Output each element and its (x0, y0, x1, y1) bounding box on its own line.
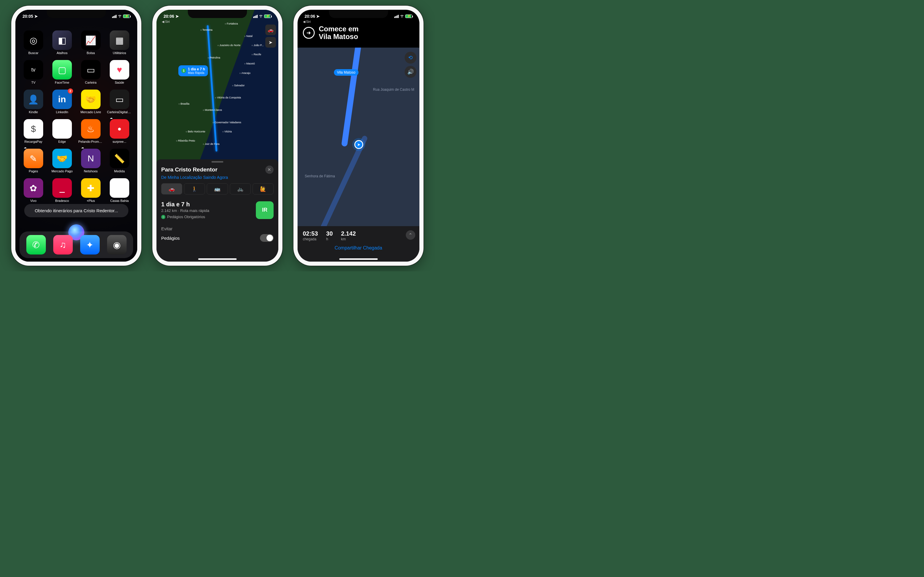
notch (188, 10, 247, 18)
dock-safari[interactable]: ✦ (80, 235, 100, 255)
navigation-banner[interactable]: ➜ Comece em Vila Matoso (297, 23, 419, 43)
recenter-button[interactable]: ➤ (265, 37, 276, 48)
app-icon: ▭ (110, 90, 129, 109)
map-city-label: Maceió (244, 62, 255, 65)
app-bolsa[interactable]: 📈Bolsa (78, 31, 103, 55)
app-icon: ▦ (110, 31, 129, 50)
app-label: RecargaPay (24, 140, 43, 143)
map-city-label: Governador Valadares (213, 121, 241, 124)
app-facetime[interactable]: ▢FaceTime (49, 60, 74, 84)
avoid-tolls-toggle[interactable] (260, 234, 274, 242)
wifi-icon (118, 14, 122, 19)
cellular-icon (112, 15, 116, 18)
app--plus[interactable]: ✚+Plus (78, 178, 103, 203)
app-icon: ▭ (81, 60, 100, 79)
directions-sheet[interactable]: Para Cristo Redentor ✕ De Minha Localiza… (157, 160, 278, 262)
mode-cycle[interactable]: 🚲 (230, 183, 251, 195)
instruction-line-2: Vila Matoso (319, 33, 359, 40)
app-medida[interactable]: 📏Medida (107, 149, 132, 173)
status-time: 20:06 (163, 14, 174, 19)
map-city-label: Juazeiro do Norte (217, 44, 241, 47)
cellular-icon (253, 15, 258, 18)
mode-drive[interactable]: 🚗 (161, 183, 182, 195)
app-atalhos[interactable]: ◧Atalhos (49, 31, 74, 55)
app-utilit-rios[interactable]: ▦Utilitários (107, 31, 132, 55)
app-icon: ▢ (52, 60, 72, 79)
app-icon: ◎ (24, 31, 43, 50)
app-linkedin[interactable]: in2LinkedIn (49, 90, 74, 114)
route-overview-button[interactable]: ⟲ (405, 52, 417, 64)
app-sa-de[interactable]: ♥Saúde (107, 60, 132, 84)
map-canvas[interactable]: $ 1 dia e 7 h Mais Rápida 🚗 ➤ FortalezaT… (157, 10, 278, 164)
app-mercado-livre[interactable]: 🤝Mercado Livre (78, 90, 103, 114)
siri-response-pill[interactable]: Obtendo itinerários para Cristo Redentor… (24, 204, 128, 217)
dock-music[interactable]: ♫ (53, 235, 73, 255)
app-edge[interactable]: ◔Edge (49, 119, 74, 143)
app-pages[interactable]: ✎☁︎Pages (21, 149, 46, 173)
navigation-map[interactable]: Vila Matoso ➤ ⟲ 🔊 Rua Joaquim de Castro … (297, 48, 419, 229)
cloud-download-icon: ☁︎ (81, 146, 84, 149)
app-icon: 📈 (81, 31, 100, 50)
battery-icon (123, 15, 130, 18)
street-label: Senhora de Fátima (305, 174, 335, 178)
navigation-footer[interactable]: ⌃ 02:53 chegada 30 h 2.142 km Compartilh… (297, 226, 419, 262)
back-to-siri[interactable]: ◀ Siri (303, 20, 311, 24)
app-label: LinkedIn (56, 110, 68, 114)
app-label: FaceTime (55, 81, 69, 84)
close-button[interactable]: ✕ (265, 166, 274, 174)
app-buscar[interactable]: ◎Buscar (21, 31, 46, 55)
app-label: Pages (29, 169, 38, 173)
app-tv[interactable]: tvTV (21, 60, 46, 84)
location-icon: ➤ (316, 14, 320, 19)
sheet-grabber[interactable] (212, 161, 223, 163)
toll-icon: $ (161, 215, 165, 219)
share-eta-link[interactable]: Compartilhar Chegada (303, 245, 414, 251)
app-recargapay[interactable]: $RecargaPay (21, 119, 46, 143)
phone-navigation: 20:06 ➤ ◀ Siri ➜ Comece em Vila Matoso V… (293, 6, 423, 266)
maneuver-icon: ➜ (303, 27, 315, 39)
app-pelando-promo-[interactable]: ♨Pelando:Promo... (78, 119, 103, 143)
battery-icon (405, 15, 412, 18)
app-bradesco[interactable]: ⎯Bradesco (49, 178, 74, 203)
go-button[interactable]: IR (256, 201, 274, 219)
map-city-label: Teresina (200, 28, 212, 31)
route-polyline (341, 48, 362, 147)
dock-phone[interactable]: ✆ (26, 235, 46, 255)
from-row[interactable]: De Minha Localização Saindo Agora (161, 175, 274, 180)
app-kindle[interactable]: 👤Kindle (21, 90, 46, 114)
app-surpree-[interactable]: ●☁︎surpree... (107, 119, 132, 143)
route-callout[interactable]: $ 1 dia e 7 h Mais Rápida (178, 65, 208, 76)
app-label: surpree... (113, 140, 126, 143)
app-carteiradigitald-[interactable]: ▭CarteiraDigitald... (107, 90, 132, 114)
app-carteira[interactable]: ▭Carteira (78, 60, 103, 84)
cellular-icon (394, 15, 399, 18)
app-label: Carteira (85, 81, 97, 84)
location-icon: ➤ (175, 14, 179, 19)
route-summary[interactable]: 1 dia e 7 h 2.142 km · Rota mais rápida … (161, 201, 209, 219)
audio-button[interactable]: 🔊 (405, 66, 417, 78)
home-indicator[interactable] (339, 258, 378, 260)
app-label: CarteiraDigitald... (107, 110, 132, 114)
app-label: Medida (114, 169, 125, 173)
app-casas-bahia[interactable]: ▮Casas Bahia (107, 178, 132, 203)
wifi-icon (259, 14, 263, 19)
app-label: Atalhos (57, 51, 68, 55)
app-label: Utilitários (113, 51, 126, 55)
dock-camera[interactable]: ◉ (107, 235, 127, 255)
mode-transit[interactable]: 🚌 (207, 183, 228, 195)
app-mercado-pago[interactable]: 🤝Mercado Pago (49, 149, 74, 173)
back-to-siri[interactable]: ◀ Siri (162, 20, 170, 24)
map-city-label: Belo Horizonte (186, 130, 205, 133)
instruction-line-1: Comece em (319, 25, 359, 33)
app-netshoes[interactable]: N☁︎Netshoes (78, 149, 103, 173)
map-city-label: Fortaleza (225, 22, 238, 25)
expand-sheet-button[interactable]: ⌃ (406, 230, 415, 240)
mode-rideshare[interactable]: 🙋 (253, 183, 274, 195)
transport-mode-button[interactable]: 🚗 (265, 24, 276, 35)
notch (47, 10, 106, 18)
app-vivo[interactable]: ✿Vivo (21, 178, 46, 203)
home-indicator[interactable] (198, 258, 237, 260)
app-label: Saúde (115, 81, 124, 84)
mode-walk[interactable]: 🚶 (184, 183, 205, 195)
app-label: Vivo (30, 199, 36, 203)
